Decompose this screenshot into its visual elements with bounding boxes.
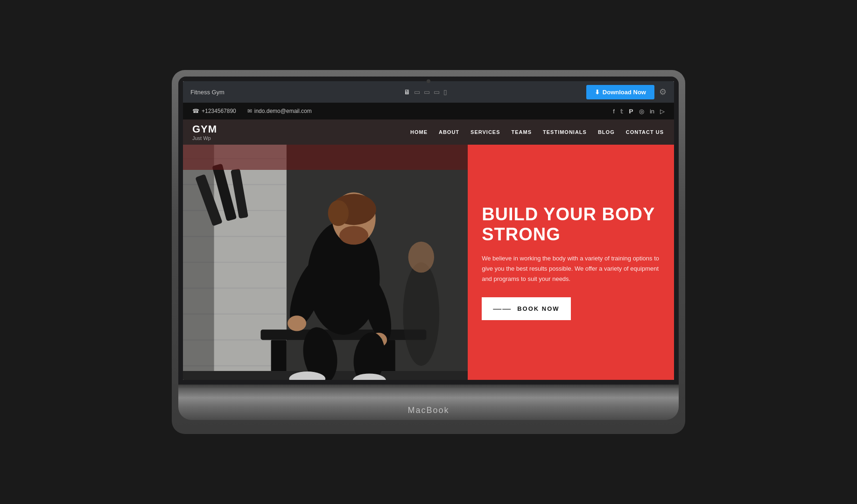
- logo-subtitle: Just Wp: [192, 135, 267, 141]
- linkedin-icon[interactable]: in: [650, 108, 654, 115]
- book-btn-arrow: ——: [493, 304, 512, 314]
- gym-background: [183, 145, 468, 380]
- contact-bar: ☎ +1234567890 ✉ indo.demo@email.com f 𝕥: [183, 103, 674, 119]
- nav-about[interactable]: ABOUT: [438, 127, 460, 137]
- hero-title-line1: BUILD YOUR BODY: [482, 204, 655, 224]
- hero-title-line2: STRONG: [482, 224, 561, 244]
- download-button[interactable]: ⬇ Download Now: [586, 85, 654, 99]
- macbook-scene: Fitness Gym 🖥 ▭ ▭ ▭ ▯ ⬇ Download Now: [172, 70, 685, 434]
- mobile-icon[interactable]: ▯: [443, 88, 447, 96]
- youtube-icon[interactable]: ▷: [660, 108, 665, 115]
- nav-services[interactable]: SERVICES: [470, 127, 501, 137]
- laptop-icon[interactable]: ▭: [414, 88, 420, 96]
- hero-content-panel: BUILD YOUR BODY STRONG We believe in wor…: [468, 145, 674, 380]
- hero-description: We believe in working the body with a va…: [482, 253, 660, 284]
- tablet-icon[interactable]: ▭: [424, 88, 430, 96]
- instagram-icon[interactable]: ◎: [639, 108, 644, 115]
- nav-blog[interactable]: BLOG: [597, 127, 616, 137]
- book-now-button[interactable]: —— BOOK NOW: [482, 297, 570, 320]
- logo-area: GYM Just Wp: [192, 123, 267, 141]
- twitter-icon[interactable]: 𝕥: [620, 108, 623, 115]
- social-icons: f 𝕥 𝗣 ◎ in ▷: [613, 108, 665, 115]
- download-label: Download Now: [603, 89, 646, 96]
- website-content: Fitness Gym 🖥 ▭ ▭ ▭ ▯ ⬇ Download Now: [183, 81, 674, 380]
- phone-contact: ☎ +1234567890: [192, 108, 236, 114]
- hero-section: BUILD YOUR BODY STRONG We believe in wor…: [183, 145, 674, 380]
- download-icon: ⬇: [595, 89, 600, 96]
- nav-teams[interactable]: TEAMS: [511, 127, 533, 137]
- nav-overlay: [183, 145, 468, 170]
- screen-bezel: Fitness Gym 🖥 ▭ ▭ ▭ ▯ ⬇ Download Now: [178, 77, 679, 385]
- camera-dot: [427, 79, 430, 83]
- pinterest-icon[interactable]: 𝗣: [629, 108, 633, 115]
- screen: Fitness Gym 🖥 ▭ ▭ ▭ ▯ ⬇ Download Now: [183, 81, 674, 380]
- gym-image-svg: [183, 145, 468, 380]
- nav-testimonials[interactable]: TESTIMONIALS: [542, 127, 588, 137]
- navigation-bar: GYM Just Wp HOME ABOUT SERVICES TEAMS TE…: [183, 119, 674, 145]
- toolbar: Fitness Gym 🖥 ▭ ▭ ▭ ▯ ⬇ Download Now: [183, 81, 674, 103]
- email-address: indo.demo@email.com: [254, 108, 312, 114]
- phone-number: +1234567890: [202, 108, 236, 114]
- hero-image-area: [183, 145, 468, 380]
- desktop-icon[interactable]: 🖥: [404, 88, 410, 96]
- email-icon: ✉: [247, 108, 252, 114]
- svg-rect-35: [183, 145, 468, 380]
- hinge: [178, 385, 679, 388]
- hero-title: BUILD YOUR BODY STRONG: [482, 204, 660, 245]
- macbook-shell: Fitness Gym 🖥 ▭ ▭ ▭ ▯ ⬇ Download Now: [172, 70, 685, 434]
- contact-info: ☎ +1234567890 ✉ indo.demo@email.com: [192, 108, 613, 114]
- macbook-base: MacBook: [178, 388, 679, 420]
- nav-contact[interactable]: CONTACT US: [625, 127, 665, 137]
- nav-home[interactable]: HOME: [409, 127, 428, 137]
- device-switcher: 🖥 ▭ ▭ ▭ ▯: [265, 88, 586, 96]
- logo-name: GYM: [192, 123, 267, 135]
- nav-links: HOME ABOUT SERVICES TEAMS TESTIMONIALS B…: [267, 127, 665, 137]
- phone-icon: ☎: [192, 108, 199, 114]
- email-contact: ✉ indo.demo@email.com: [247, 108, 312, 114]
- book-btn-label: BOOK NOW: [517, 305, 559, 312]
- facebook-icon[interactable]: f: [613, 108, 615, 115]
- macbook-label: MacBook: [407, 406, 449, 415]
- tablet-sm-icon[interactable]: ▭: [434, 88, 440, 96]
- settings-icon[interactable]: ⚙: [659, 87, 667, 97]
- site-title: Fitness Gym: [190, 89, 265, 96]
